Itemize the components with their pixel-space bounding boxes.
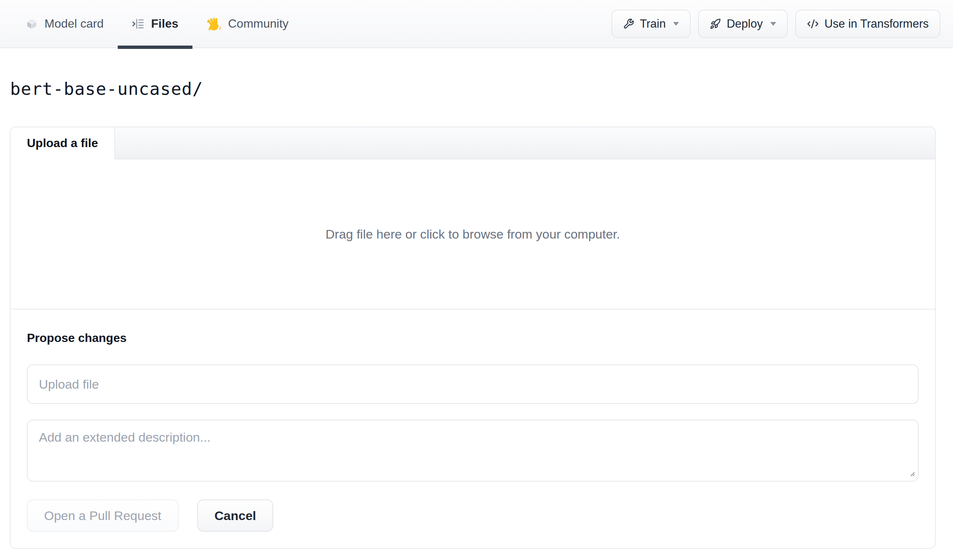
tab-upload-a-file[interactable]: Upload a file bbox=[11, 127, 115, 159]
file-dropzone[interactable]: Drag file here or click to browse from y… bbox=[11, 159, 935, 309]
tab-files[interactable]: Files bbox=[118, 0, 192, 47]
dropzone-text: Drag file here or click to browse from y… bbox=[326, 227, 620, 241]
cancel-button[interactable]: Cancel bbox=[197, 500, 273, 532]
use-in-transformers-button[interactable]: Use in Transformers bbox=[795, 10, 940, 38]
chevron-down-icon bbox=[673, 22, 679, 26]
tab-community-label: Community bbox=[228, 17, 289, 31]
use-in-transformers-label: Use in Transformers bbox=[824, 17, 929, 31]
rocket-icon bbox=[710, 18, 721, 29]
upload-card-tabstrip: Upload a file bbox=[11, 127, 935, 159]
upload-card: Upload a file Drag file here or click to… bbox=[10, 127, 936, 549]
description-field-wrapper bbox=[27, 420, 919, 482]
propose-changes-heading: Propose changes bbox=[27, 331, 919, 345]
waving-hand-icon bbox=[206, 16, 222, 31]
chevron-down-icon bbox=[770, 22, 776, 26]
train-button-label: Train bbox=[640, 17, 666, 31]
tab-files-label: Files bbox=[151, 17, 178, 31]
tab-upload-a-file-label: Upload a file bbox=[27, 136, 98, 150]
tab-model-card[interactable]: Model card bbox=[11, 0, 118, 47]
propose-changes-section: Propose changes Open a Pull Request Canc… bbox=[11, 309, 935, 548]
deploy-button-label: Deploy bbox=[726, 17, 763, 31]
wrench-icon bbox=[623, 18, 634, 29]
header-actions: Train Deploy Use in Transformers bbox=[612, 0, 940, 47]
breadcrumb[interactable]: bert-base-uncased/ bbox=[10, 79, 203, 99]
textarea-resize-handle[interactable] bbox=[908, 470, 916, 479]
repo-tabs: Model card Files bbox=[11, 0, 303, 47]
code-icon bbox=[807, 18, 819, 30]
open-pull-request-button[interactable]: Open a Pull Request bbox=[27, 500, 178, 532]
cube-icon bbox=[25, 17, 38, 30]
deploy-button[interactable]: Deploy bbox=[698, 10, 788, 38]
upload-file-input[interactable] bbox=[27, 364, 919, 404]
repo-tab-bar: Model card Files bbox=[0, 0, 953, 48]
extended-description-textarea[interactable] bbox=[27, 420, 919, 482]
tab-community[interactable]: Community bbox=[192, 0, 303, 47]
file-versions-icon bbox=[132, 17, 144, 30]
tab-model-card-label: Model card bbox=[45, 17, 104, 31]
train-button[interactable]: Train bbox=[612, 10, 691, 38]
propose-actions: Open a Pull Request Cancel bbox=[27, 500, 919, 532]
active-tab-underline bbox=[118, 46, 192, 49]
